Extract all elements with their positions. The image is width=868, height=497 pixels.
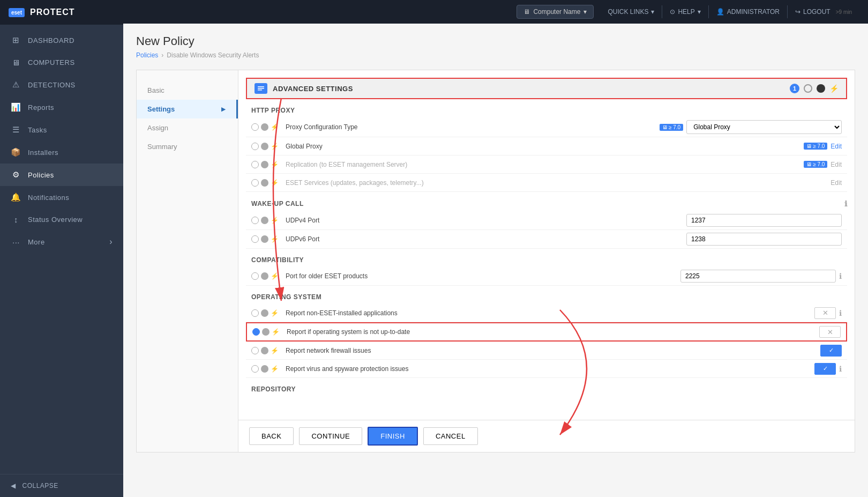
wizard-step-assign[interactable]: Assign	[137, 118, 238, 137]
wizard-main-wrapper: ADVANCED SETTINGS 1 ⚡ HTTP PROXY	[238, 70, 855, 452]
ctrl-radio[interactable]	[251, 143, 259, 150]
back-button[interactable]: BACK	[249, 427, 294, 445]
sidebar-item-policies[interactable]: ⚙ Policies	[0, 164, 123, 186]
logo: eset PROTECT	[0, 0, 123, 25]
continue-button[interactable]: CONTINUE	[299, 427, 362, 445]
adv-header-right: 1 ⚡	[790, 84, 839, 93]
ctrl-radio[interactable]	[251, 309, 259, 317]
admin-btn[interactable]: 👤 ADMINISTRATOR	[709, 5, 788, 18]
sidebar-collapse[interactable]: ◀ COLLAPSE	[0, 474, 123, 497]
finish-button[interactable]: FINISH	[368, 427, 418, 446]
row-port-older: ⚡ Port for older ESET products ℹ	[246, 267, 847, 286]
ctrl-dot	[261, 272, 268, 280]
step-assign-label: Assign	[147, 124, 168, 132]
page-title: New Policy	[136, 34, 855, 48]
ctrl-bolt-icon: ⚡	[271, 235, 279, 243]
version-badge: 🖥 ≥ 7.0	[804, 143, 827, 150]
ctrl-radio[interactable]	[251, 217, 259, 224]
sidebar-item-reports[interactable]: 📊 Reports	[0, 96, 123, 118]
filter-filled-icon	[817, 84, 825, 93]
ctrl-bolt-icon: ⚡	[271, 365, 279, 373]
ctrl-bolt-icon: ⚡	[271, 347, 279, 354]
ctrl-bolt-icon: ⚡	[272, 328, 280, 336]
help-circle-icon: ⊙	[670, 8, 675, 16]
toggle-x-icon: ✕	[827, 328, 833, 336]
ctrl-radio[interactable]	[251, 235, 259, 243]
section-compatibility: COMPATIBILITY	[246, 249, 847, 267]
sidebar-item-dashboard[interactable]: ⊞ DASHBOARD	[0, 29, 123, 51]
ctrl-radio[interactable]	[251, 161, 259, 168]
wizard-main: ADVANCED SETTINGS 1 ⚡ HTTP PROXY	[238, 70, 855, 452]
sidebar-item-notifications[interactable]: 🔔 Notifications	[0, 186, 123, 209]
row-udpv4: ⚡ UDPv4 Port	[246, 211, 847, 230]
section-http-proxy: HTTP PROXY	[246, 99, 847, 117]
breadcrumb-root[interactable]: Policies	[136, 51, 158, 59]
ctrl-radio[interactable]	[251, 347, 259, 354]
dashboard-icon: ⊞	[11, 35, 21, 45]
sidebar-item-status[interactable]: ↕ Status Overview	[0, 209, 123, 231]
ctrl-radio[interactable]	[251, 179, 259, 187]
section-operating-system: OPERATING SYSTEM	[246, 286, 847, 304]
ctrl-radio[interactable]	[251, 365, 259, 373]
user-icon: 👤	[716, 8, 724, 16]
report-virus-toggle[interactable]: ✓	[814, 363, 836, 375]
sidebar-item-detections[interactable]: ⚠ DETECTIONS	[0, 73, 123, 96]
logo-badge: eset	[9, 8, 25, 17]
sidebar-item-label: Tasks	[28, 126, 47, 134]
help-btn[interactable]: ⊙ HELP ▾	[662, 5, 708, 18]
report-os-outdated-toggle[interactable]: ✕	[819, 326, 841, 338]
udpv6-port-input[interactable]	[686, 233, 842, 246]
comp-icon: 🖥	[806, 143, 812, 149]
sidebar-item-tasks[interactable]: ☰ Tasks	[0, 118, 123, 141]
port-older-input[interactable]	[680, 270, 836, 283]
sidebar-item-label: Reports	[28, 103, 54, 112]
advanced-settings-icon	[255, 83, 267, 94]
ctrl-bolt-icon: ⚡	[271, 161, 279, 168]
sidebar-item-label: DASHBOARD	[28, 36, 74, 44]
wizard-step-basic[interactable]: Basic	[137, 81, 238, 100]
report-firewall-toggle[interactable]: ✓	[820, 345, 842, 357]
svg-rect-3	[258, 90, 262, 91]
quick-links-btn[interactable]: QUICK LINKS ▾	[600, 5, 662, 18]
collapse-icon: ◀	[11, 482, 16, 489]
port-older-info-icon[interactable]: ℹ	[839, 272, 842, 280]
wizard-step-settings[interactable]: Settings	[137, 100, 238, 118]
reports-icon: 📊	[11, 102, 21, 112]
udpv4-port-input[interactable]	[686, 214, 842, 227]
row-report-non-eset: ⚡ Report non-ESET-installed applications…	[246, 304, 847, 322]
sidebar-item-label: DETECTIONS	[28, 81, 76, 89]
sidebar-item-installers[interactable]: 📦 Installers	[0, 141, 123, 164]
step-settings-label: Settings	[147, 105, 175, 113]
row-value	[660, 214, 842, 227]
proxy-type-select[interactable]: Global Proxy Manual None	[686, 120, 842, 134]
report-non-eset-info-icon[interactable]: ℹ	[839, 309, 842, 317]
report-non-eset-toggle[interactable]: ✕	[814, 307, 836, 319]
logout-btn[interactable]: ↪ LOGOUT >9 min	[788, 5, 859, 18]
ctrl-bolt-icon: ⚡	[271, 272, 279, 280]
global-proxy-edit-link[interactable]: Edit	[830, 143, 842, 150]
computers-icon: 🖥	[11, 58, 21, 67]
ctrl-radio-active[interactable]	[252, 328, 260, 336]
computer-selector[interactable]: 🖥 Computer Name ▾	[517, 5, 594, 19]
row-report-firewall: ⚡ Report network firewall issues ✓	[246, 342, 847, 360]
row-label: Replication (to ESET management Server)	[283, 161, 660, 168]
ctrl-radio[interactable]	[251, 123, 259, 131]
ctrl-dot	[261, 309, 268, 317]
wizard-step-summary[interactable]: Summary	[137, 137, 238, 156]
sidebar-item-label: More	[28, 238, 45, 246]
wake-up-info-icon[interactable]: ℹ	[844, 199, 848, 208]
ctrl-bolt-icon: ⚡	[271, 217, 279, 224]
version-badge: 🖥 ≥ 7.0	[804, 161, 827, 168]
row-label: Report non-ESET-installed applications	[283, 309, 660, 317]
ctrl-radio[interactable]	[251, 272, 259, 280]
ctrl-dot	[262, 328, 270, 336]
report-virus-info-icon[interactable]: ℹ	[839, 365, 842, 373]
settings-content: HTTP PROXY ⚡ Proxy Configuration Type	[238, 99, 855, 420]
sidebar-item-computers[interactable]: 🖥 COMPUTERS	[0, 51, 123, 73]
step-summary-label: Summary	[147, 143, 177, 151]
ctrl-dot	[261, 143, 268, 150]
row-label: UDPv4 Port	[283, 217, 660, 224]
sidebar-item-more[interactable]: ··· More ›	[0, 231, 123, 253]
repository-spacer	[246, 396, 847, 412]
cancel-button[interactable]: CANCEL	[423, 427, 478, 445]
